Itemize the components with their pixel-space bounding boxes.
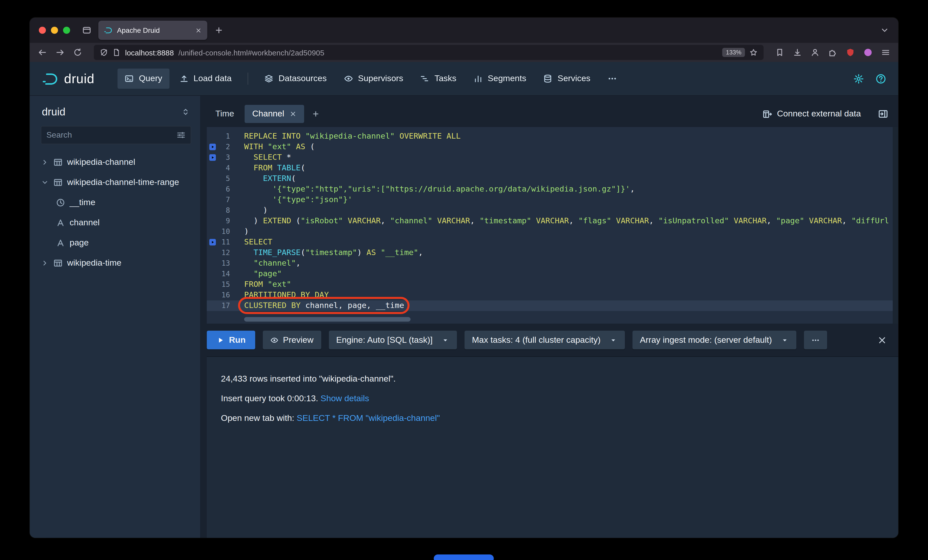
code-line-16[interactable]: 16PARTITIONED BY DAY — [207, 290, 898, 300]
double-caret-icon — [181, 107, 190, 116]
run-marker-icon[interactable] — [209, 144, 216, 150]
extensions-icon[interactable] — [828, 48, 837, 57]
druid-brand[interactable]: druid — [42, 71, 95, 87]
search-input[interactable] — [46, 131, 172, 140]
nav-divider — [248, 73, 249, 85]
line-number: 10 — [207, 226, 238, 237]
new-query-tab-button[interactable] — [307, 105, 325, 122]
engine-dropdown[interactable]: Engine: Auto [SQL (task)] — [328, 331, 457, 349]
zoom-badge[interactable]: 133% — [722, 48, 745, 57]
nav-more[interactable] — [600, 68, 624, 89]
hamburger-menu-icon[interactable] — [881, 48, 890, 57]
tree-item-page[interactable]: page — [41, 233, 191, 253]
account-icon[interactable] — [810, 48, 820, 57]
tree-item-channel[interactable]: channel — [41, 213, 191, 233]
schema-tree: wikipedia-channelwikipedia-channel-time-… — [41, 152, 191, 273]
code-line-11[interactable]: 11SELECT — [207, 237, 898, 248]
connect-external-data-button[interactable]: Connect external data — [762, 109, 861, 119]
code-line-7[interactable]: 7 '{"type":"json"}' — [207, 195, 898, 205]
nav-label: Datasources — [279, 74, 327, 84]
bookmark-star-icon[interactable] — [749, 49, 757, 56]
code-line-13[interactable]: 13 "channel", — [207, 258, 898, 269]
nav-label: Tasks — [435, 74, 456, 84]
code-text: PARTITIONED BY DAY — [238, 290, 898, 300]
code-line-6[interactable]: 6 '{"type":"http","uris":["https://druid… — [207, 184, 898, 195]
reload-button[interactable] — [73, 48, 82, 57]
tab-time[interactable]: Time — [208, 105, 241, 123]
tree-item-wikipedia-channel-time-range[interactable]: wikipedia-channel-time-range — [41, 172, 191, 193]
code-line-3[interactable]: 3 SELECT * — [207, 152, 898, 163]
code-text: TIME_PARSE("timestamp") AS "__time", — [238, 248, 898, 258]
tree-item-time[interactable]: __time — [41, 193, 191, 213]
run-marker-icon[interactable] — [209, 239, 216, 245]
tree-item-wikipedia-channel[interactable]: wikipedia-channel — [41, 152, 191, 172]
nav-tasks[interactable]: Tasks — [413, 68, 464, 89]
tree-item-wikipedia-time[interactable]: wikipedia-time — [41, 253, 191, 273]
code-line-15[interactable]: 15FROM "ext" — [207, 279, 898, 290]
show-details-link[interactable]: Show details — [321, 394, 369, 403]
gear-icon[interactable] — [853, 73, 864, 84]
save-to-pocket-icon[interactable] — [775, 48, 784, 57]
nav-segments[interactable]: Segments — [467, 68, 533, 89]
preview-button[interactable]: Preview — [263, 331, 321, 349]
code-text: EXTERN( — [238, 173, 898, 184]
max-tasks-dropdown[interactable]: Max tasks: 4 (full cluster capacity) — [464, 331, 625, 349]
nav-query[interactable]: Query — [118, 68, 169, 89]
help-icon[interactable] — [876, 73, 886, 84]
druid-favicon-icon — [104, 26, 112, 34]
nav-load-data[interactable]: Load data — [172, 68, 238, 89]
code-line-4[interactable]: 4 FROM TABLE( — [207, 163, 898, 173]
nav-datasources[interactable]: Datasources — [258, 68, 334, 89]
schema-selector[interactable]: druid — [41, 104, 191, 126]
tab-channel[interactable]: Channel — [244, 105, 304, 123]
close-window-button[interactable] — [39, 27, 46, 34]
sql-editor[interactable]: 1REPLACE INTO "wikipedia-channel" OVERWR… — [207, 127, 898, 324]
toggle-panel-icon[interactable] — [878, 109, 888, 119]
ublock-icon[interactable] — [846, 48, 855, 57]
url-bar[interactable]: localhost:8888/unified-console.html#work… — [94, 45, 763, 60]
downloads-icon[interactable] — [793, 48, 802, 57]
tab-list-chevron-icon[interactable] — [880, 26, 889, 35]
dock-hint — [434, 554, 494, 560]
line-number: 2 — [207, 142, 238, 152]
forward-button[interactable] — [55, 48, 64, 57]
code-line-14[interactable]: 14 "page" — [207, 269, 898, 279]
select-query-link[interactable]: SELECT * FROM "wikipedia-channel" — [297, 413, 440, 423]
code-line-9[interactable]: 9 ) EXTEND ("isRobot" VARCHAR, "channel"… — [207, 216, 898, 226]
code-line-5[interactable]: 5 EXTERN( — [207, 173, 898, 184]
browser-tab[interactable]: Apache Druid — [98, 21, 207, 40]
code-line-10[interactable]: 10) — [207, 226, 898, 237]
code-line-2[interactable]: 2WITH "ext" AS ( — [207, 142, 898, 152]
code-line-1[interactable]: 1REPLACE INTO "wikipedia-channel" OVERWR… — [207, 131, 898, 142]
back-button[interactable] — [38, 48, 47, 57]
page-info-icon[interactable] — [113, 49, 121, 56]
code-text: WITH "ext" AS ( — [238, 142, 898, 152]
new-tab-button[interactable] — [214, 26, 223, 35]
run-marker-icon[interactable] — [209, 154, 216, 161]
vertical-scrollbar[interactable] — [893, 127, 898, 324]
play-icon — [216, 336, 224, 344]
nav-supervisors[interactable]: Supervisors — [337, 68, 410, 89]
more-options-button[interactable] — [804, 331, 827, 349]
nav-label: Segments — [488, 74, 526, 84]
line-number: 9 — [207, 216, 238, 226]
druid-logo-icon — [42, 71, 58, 87]
array-mode-dropdown[interactable]: Array ingest mode: (server default) — [632, 331, 796, 349]
close-results-icon[interactable] — [877, 335, 887, 345]
nav-label: Services — [557, 74, 590, 84]
code-line-17[interactable]: 17CLUSTERED BY channel, page, __time — [207, 300, 898, 311]
shield-icon[interactable] — [100, 49, 108, 56]
nav-services[interactable]: Services — [536, 68, 597, 89]
firefox-view-icon[interactable] — [82, 26, 91, 35]
fullscreen-window-button[interactable] — [63, 27, 70, 34]
window-controls — [39, 27, 70, 34]
line-number: 15 — [207, 279, 238, 290]
horizontal-scrollbar[interactable] — [244, 317, 411, 321]
code-line-12[interactable]: 12 TIME_PARSE("timestamp") AS "__time", — [207, 248, 898, 258]
run-button[interactable]: Run — [207, 331, 255, 349]
code-line-8[interactable]: 8 ) — [207, 205, 898, 216]
profile-avatar-icon[interactable] — [864, 48, 873, 57]
filter-icon[interactable] — [177, 131, 186, 140]
minimize-window-button[interactable] — [51, 27, 58, 34]
close-tab-icon[interactable] — [195, 27, 202, 33]
